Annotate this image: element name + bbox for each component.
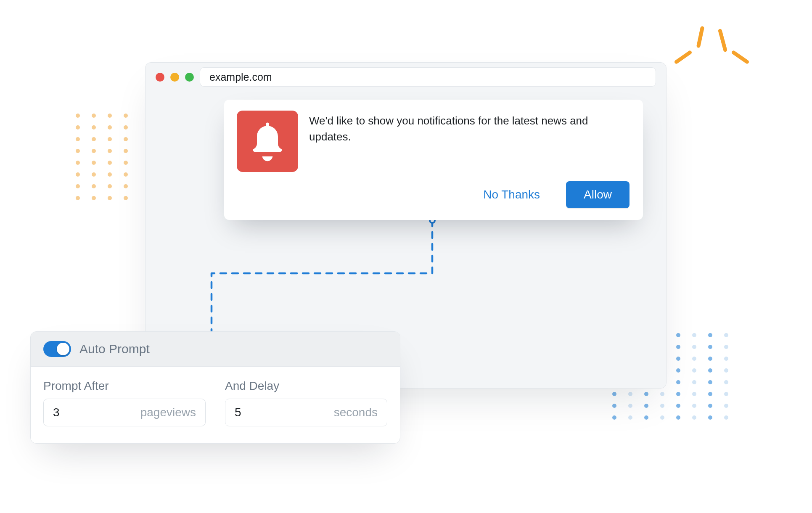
auto-prompt-title: Auto Prompt bbox=[79, 342, 150, 356]
maximize-window-icon[interactable] bbox=[185, 73, 194, 82]
delay-field: And Delay 5 seconds bbox=[225, 379, 387, 426]
address-bar[interactable]: example.com bbox=[200, 67, 656, 87]
prompt-after-label: Prompt After bbox=[43, 379, 206, 393]
auto-prompt-toggle[interactable] bbox=[43, 341, 71, 357]
delay-unit: seconds bbox=[334, 406, 378, 419]
notification-message: We'd like to show you notifications for … bbox=[309, 111, 629, 172]
decorative-rays-icon bbox=[675, 26, 751, 85]
minimize-window-icon[interactable] bbox=[170, 73, 179, 82]
prompt-after-field: Prompt After 3 pageviews bbox=[43, 379, 206, 426]
bell-icon bbox=[237, 111, 298, 172]
decorative-dots-peach bbox=[76, 114, 128, 200]
window-controls bbox=[156, 73, 194, 82]
address-bar-text: example.com bbox=[209, 71, 272, 83]
browser-toolbar: example.com bbox=[145, 63, 666, 91]
notification-prompt: We'd like to show you notifications for … bbox=[224, 100, 643, 220]
close-window-icon[interactable] bbox=[156, 73, 164, 82]
allow-button[interactable]: Allow bbox=[566, 181, 629, 208]
delay-value: 5 bbox=[235, 406, 241, 419]
auto-prompt-settings-card: Auto Prompt Prompt After 3 pageviews And… bbox=[30, 331, 400, 444]
prompt-after-unit: pageviews bbox=[140, 406, 196, 419]
delay-label: And Delay bbox=[225, 379, 387, 393]
no-thanks-button[interactable]: No Thanks bbox=[481, 188, 542, 202]
prompt-after-input[interactable]: 3 pageviews bbox=[43, 399, 206, 426]
prompt-after-value: 3 bbox=[53, 406, 60, 419]
delay-input[interactable]: 5 seconds bbox=[225, 399, 387, 426]
